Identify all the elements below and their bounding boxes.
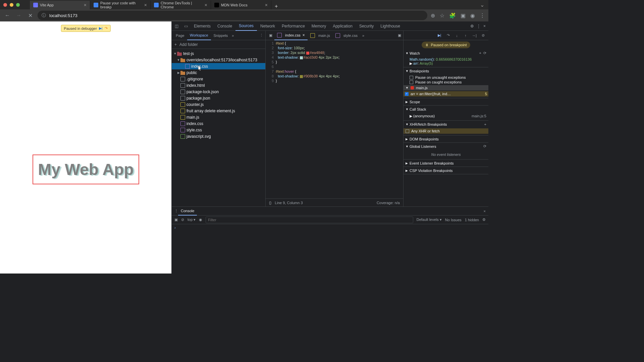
clear-console-icon[interactable]: ⊘ [181,218,184,222]
pause-uncaught-checkbox[interactable]: Pause on uncaught exceptions [410,75,486,80]
tree-file[interactable]: counter.js [172,101,265,108]
xhr-header[interactable]: ▼XHR/fetch Breakpoints+ [404,121,488,128]
minimize-window-button[interactable] [10,3,13,7]
tree-file[interactable]: .gitignore [172,76,265,82]
subtab-overflow-icon[interactable]: » [232,34,234,38]
new-tab-button[interactable]: + [271,3,281,9]
settings-icon[interactable]: ⚙ [470,24,474,28]
side-panel-icon[interactable]: ▣ [461,12,466,19]
tree-file[interactable]: javascript.svg [172,133,265,139]
tree-folder-overrides[interactable]: ▼overrides/localhost:5173/localhost:5173 [172,57,265,63]
watch-header[interactable]: ▼Watch+⟳ [404,50,488,57]
site-info-icon[interactable]: ⓘ [42,12,46,18]
close-tab-icon[interactable]: × [205,2,207,8]
callstack-header[interactable]: ▼Call Stack [404,106,488,113]
drawer-menu-icon[interactable]: ⋮ [174,209,178,213]
editor-tab[interactable]: main.js [308,31,333,40]
console-settings-icon[interactable]: ⚙ [482,218,486,222]
tab-network[interactable]: Network [257,21,278,31]
inspect-icon[interactable]: ◫ [172,24,181,28]
tree-file[interactable]: index.css [172,120,265,127]
live-expression-icon[interactable]: ◉ [199,218,202,222]
dom-header[interactable]: ▶DOM Breakpoints [404,135,488,142]
profile-icon[interactable]: ◉ [470,12,475,19]
tree-file[interactable]: fruit array delete element.js [172,108,265,114]
console-sidebar-icon[interactable]: ▣ [174,218,178,222]
console-tab[interactable]: Console [178,207,197,216]
step-icon[interactable]: ↷ [105,26,108,31]
deactivate-breakpoints-button[interactable]: ⊘ [480,33,486,38]
breakpoints-header[interactable]: ▼Breakpoints [404,67,488,74]
tree-file[interactable]: index.html [172,82,265,88]
step-out-button[interactable]: ↑ [463,33,468,38]
tab-application[interactable]: Application [329,21,356,31]
editor-more-icon[interactable]: ▣ [396,33,403,38]
reload-button[interactable]: ✕ [26,11,34,19]
step-over-button[interactable]: ↷ [445,33,451,38]
tree-file[interactable]: package.json [172,95,265,101]
tab-elements[interactable]: Elements [191,21,214,31]
address-bar[interactable]: ⓘ localhost:5173 [38,11,427,20]
add-folder-button[interactable]: + Add folder [172,40,265,49]
zoom-icon[interactable]: ⊕ [431,12,435,19]
breakpoint-line[interactable]: arr = arr.filter((fruit, ind…5 [404,91,488,97]
tab-console[interactable]: Console [214,21,235,31]
tree-file[interactable]: main.js [172,114,265,120]
code-content[interactable]: #text { font-size: 100px; border: 2px so… [276,41,403,198]
browser-tab[interactable]: Chrome DevTools | Chrome × [151,1,211,9]
tab-overflow-icon[interactable]: ⌄ [480,2,484,8]
tree-file[interactable]: style.css [172,127,265,133]
csp-header[interactable]: ▶CSP Violation Breakpoints [404,167,488,174]
editor-overflow-icon[interactable]: » [360,34,366,38]
tab-memory[interactable]: Memory [308,21,329,31]
code-editor[interactable]: 123456789 #text { font-size: 100px; bord… [266,40,403,198]
refresh-watch-icon[interactable]: ⟳ [483,51,486,55]
close-window-button[interactable] [3,3,7,7]
subtab-workspace[interactable]: Workspace [187,31,211,40]
add-watch-icon[interactable]: + [479,51,481,55]
subtab-menu-icon[interactable]: ⋮ [260,33,263,38]
console-filter-input[interactable] [206,217,413,223]
format-icon[interactable]: {} [269,201,271,205]
close-tab-icon[interactable]: × [265,2,268,8]
subtab-snippets[interactable]: Snippets [211,31,231,40]
close-tab-icon[interactable]: × [303,33,305,38]
tree-folder-root[interactable]: ▼test-js [172,50,265,57]
step-into-button[interactable]: ↓ [454,33,460,38]
browser-tab[interactable]: MDN Web Docs × [211,1,271,9]
more-icon[interactable]: ⋮ [477,24,481,28]
toggle-navigator-icon[interactable]: ▣ [267,33,274,38]
subtab-page[interactable]: Page [173,31,187,40]
bookmark-icon[interactable]: ☆ [440,12,444,19]
tab-performance[interactable]: Performance [278,21,308,31]
scope-header[interactable]: ▶Scope [404,98,488,105]
close-tab-icon[interactable]: × [144,2,147,8]
forward-button[interactable]: → [15,11,23,19]
browser-tab-vite[interactable]: Vite App × [30,1,90,9]
add-xhr-icon[interactable]: + [484,122,486,126]
close-tab-icon[interactable]: × [84,2,87,8]
editor-tab-active[interactable]: index.css × [274,31,308,40]
back-button[interactable]: ← [3,11,11,19]
close-drawer-icon[interactable]: × [484,209,486,213]
tab-security[interactable]: Security [356,21,377,31]
any-xhr-checkbox[interactable]: Any XHR or fetch [404,128,488,134]
tab-sources[interactable]: Sources [235,21,257,31]
close-devtools-icon[interactable]: × [483,24,486,28]
device-icon[interactable]: ▭ [181,24,191,28]
editor-tab[interactable]: style.css [333,31,360,40]
refresh-listeners-icon[interactable]: ⟳ [483,144,486,148]
console-body[interactable]: › [172,224,488,274]
pause-caught-checkbox[interactable]: Pause on caught exceptions [410,80,486,84]
step-button[interactable]: →| [472,33,477,38]
issues-badge[interactable]: No Issues [445,218,462,222]
resume-icon[interactable]: ▶| [99,26,103,31]
maximize-window-button[interactable] [16,3,20,7]
browser-tab[interactable]: Pause your code with breakp × [90,1,151,9]
tree-file-selected[interactable]: index.css [172,63,265,69]
tree-folder-public[interactable]: ▶public [172,69,265,76]
listeners-header[interactable]: ▼Global Listeners⟳ [404,143,488,150]
tab-lighthouse[interactable]: Lighthouse [377,21,404,31]
menu-icon[interactable]: ⋮ [480,12,485,19]
tree-file[interactable]: package-lock.json [172,88,265,95]
